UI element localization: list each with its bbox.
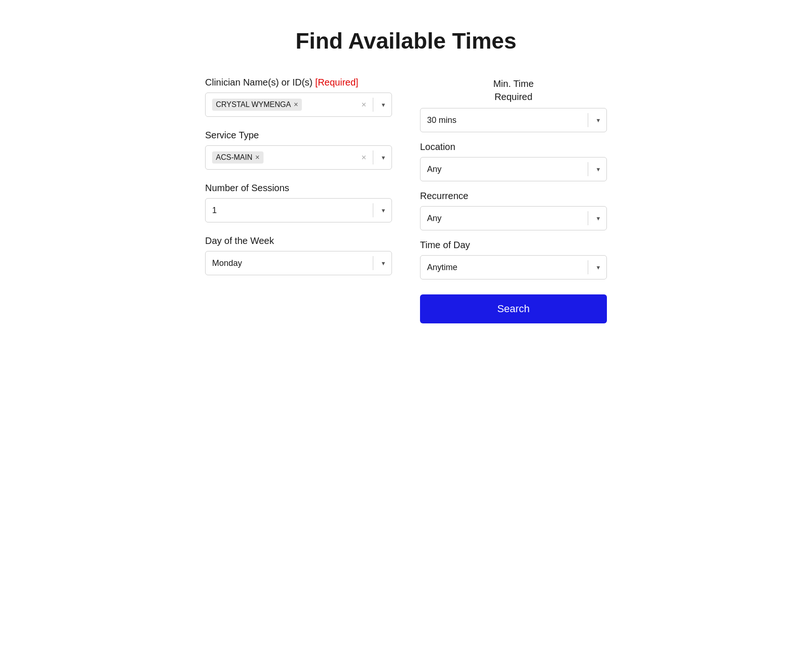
service-type-tag: ACS-MAIN × — [212, 151, 264, 164]
day-chevron-icon[interactable]: ▾ — [375, 259, 392, 267]
service-type-tag-close[interactable]: × — [255, 154, 259, 161]
time-of-day-chevron-icon[interactable]: ▾ — [590, 264, 606, 271]
form-left: Clinician Name(s) or ID(s) [Required] CR… — [205, 77, 392, 323]
service-type-select-value: ACS-MAIN × — [206, 151, 356, 164]
time-of-day-field-group: Time of Day Anytime ▾ — [420, 240, 607, 279]
service-type-divider — [373, 150, 373, 164]
clinician-clear-icon[interactable]: × — [356, 100, 371, 110]
time-of-day-value: Anytime — [420, 263, 586, 272]
day-field-group: Day of the Week Monday ▾ — [205, 236, 392, 275]
min-time-divider — [588, 113, 588, 127]
clinician-select[interactable]: CRYSTAL WYMENGA × × ▾ — [205, 93, 392, 117]
clinician-chevron-icon[interactable]: ▾ — [375, 101, 392, 108]
service-type-chevron-icon[interactable]: ▾ — [375, 154, 392, 161]
service-type-select[interactable]: ACS-MAIN × × ▾ — [205, 145, 392, 170]
min-time-select[interactable]: 30 mins ▾ — [420, 108, 607, 132]
recurrence-value: Any — [420, 214, 586, 223]
location-divider — [588, 162, 588, 176]
recurrence-select[interactable]: Any ▾ — [420, 206, 607, 230]
clinician-label: Clinician Name(s) or ID(s) [Required] — [205, 77, 392, 88]
service-type-label: Service Type — [205, 130, 392, 141]
sessions-select[interactable]: 1 ▾ — [205, 198, 392, 222]
time-of-day-label: Time of Day — [420, 240, 607, 250]
day-select[interactable]: Monday ▾ — [205, 251, 392, 275]
clinician-tag: CRYSTAL WYMENGA × — [212, 99, 302, 111]
day-value: Monday — [206, 258, 371, 268]
sessions-value: 1 — [206, 206, 371, 215]
form-right: Min. Time Required 30 mins ▾ Location An… — [420, 77, 607, 323]
location-label: Location — [420, 142, 607, 152]
sessions-field-group: Number of Sessions 1 ▾ — [205, 183, 392, 222]
location-field-group: Location Any ▾ — [420, 142, 607, 181]
page-container: Find Available Times Clinician Name(s) o… — [205, 28, 607, 323]
clinician-divider — [373, 98, 373, 112]
location-value: Any — [420, 164, 586, 174]
search-button[interactable]: Search — [420, 294, 607, 323]
sessions-chevron-icon[interactable]: ▾ — [375, 207, 392, 214]
form-grid: Clinician Name(s) or ID(s) [Required] CR… — [205, 77, 607, 323]
sessions-divider — [373, 203, 373, 217]
min-time-value: 30 mins — [420, 115, 586, 125]
location-select[interactable]: Any ▾ — [420, 157, 607, 181]
recurrence-divider — [588, 211, 588, 225]
recurrence-label: Recurrence — [420, 191, 607, 201]
min-time-label: Min. Time Required — [420, 77, 607, 103]
page-title: Find Available Times — [205, 28, 607, 54]
day-divider — [373, 256, 373, 270]
service-type-field-group: Service Type ACS-MAIN × × ▾ — [205, 130, 392, 170]
recurrence-chevron-icon[interactable]: ▾ — [590, 215, 606, 222]
service-type-clear-icon[interactable]: × — [356, 153, 371, 163]
recurrence-field-group: Recurrence Any ▾ — [420, 191, 607, 230]
day-label: Day of the Week — [205, 236, 392, 246]
min-time-field-group: Min. Time Required 30 mins ▾ — [420, 77, 607, 132]
time-of-day-select[interactable]: Anytime ▾ — [420, 255, 607, 279]
clinician-tag-close[interactable]: × — [294, 101, 298, 108]
clinician-select-value: CRYSTAL WYMENGA × — [206, 99, 356, 111]
sessions-label: Number of Sessions — [205, 183, 392, 193]
time-of-day-divider — [588, 260, 588, 274]
min-time-chevron-icon[interactable]: ▾ — [590, 116, 606, 124]
clinician-required: [Required] — [315, 77, 358, 87]
clinician-field-group: Clinician Name(s) or ID(s) [Required] CR… — [205, 77, 392, 117]
location-chevron-icon[interactable]: ▾ — [590, 165, 606, 173]
